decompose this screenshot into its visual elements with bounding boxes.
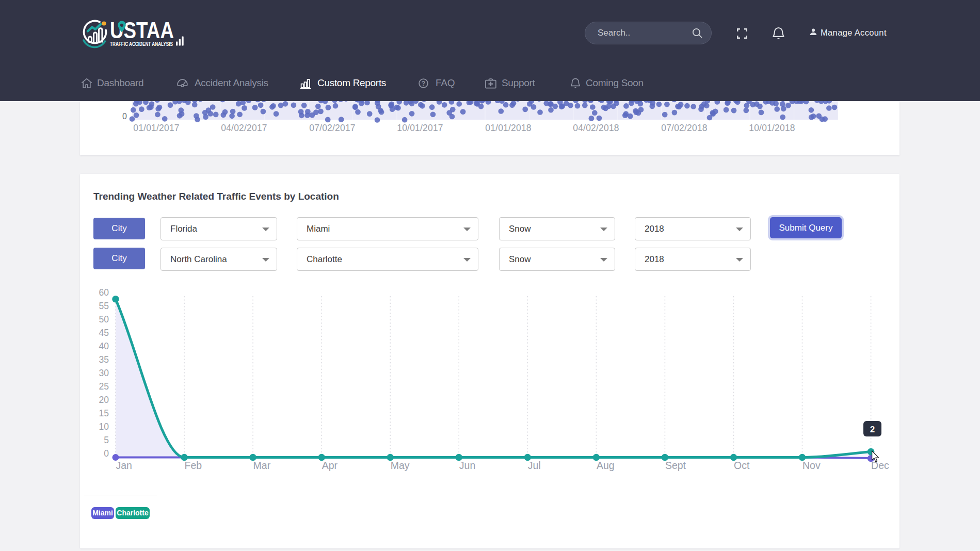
svg-text:May: May bbox=[391, 460, 410, 471]
svg-text:55: 55 bbox=[99, 301, 109, 311]
svg-text:Feb: Feb bbox=[185, 460, 202, 471]
svg-text:Jul: Jul bbox=[528, 460, 541, 471]
svg-text:10: 10 bbox=[99, 422, 109, 432]
svg-text:5: 5 bbox=[104, 435, 109, 445]
svg-text:0: 0 bbox=[104, 448, 109, 459]
svg-text:60: 60 bbox=[99, 287, 109, 298]
svg-text:TRAFFIC ACCIDENT ANALYSIS: TRAFFIC ACCIDENT ANALYSIS bbox=[110, 41, 173, 47]
svg-text:Apr: Apr bbox=[322, 460, 338, 471]
svg-text:Mar: Mar bbox=[253, 460, 271, 471]
svg-text:15: 15 bbox=[99, 408, 109, 418]
svg-text:?: ? bbox=[422, 80, 425, 87]
svg-text:30: 30 bbox=[99, 368, 109, 378]
svg-text:Oct: Oct bbox=[734, 460, 750, 471]
svg-text:25: 25 bbox=[99, 381, 109, 392]
svg-text:Nov: Nov bbox=[802, 460, 821, 471]
svg-text:2: 2 bbox=[870, 425, 875, 434]
svg-text:Jan: Jan bbox=[116, 460, 132, 471]
svg-text:Sept: Sept bbox=[665, 460, 686, 471]
svg-text:Jun: Jun bbox=[459, 460, 475, 471]
svg-text:45: 45 bbox=[99, 328, 109, 338]
svg-text:50: 50 bbox=[99, 314, 109, 325]
svg-text:20: 20 bbox=[99, 395, 109, 405]
svg-text:35: 35 bbox=[99, 354, 109, 365]
svg-text:USTAA: USTAA bbox=[110, 18, 174, 43]
svg-text:Aug: Aug bbox=[597, 460, 615, 471]
svg-text:40: 40 bbox=[99, 341, 109, 351]
svg-text:Dec: Dec bbox=[871, 460, 889, 471]
